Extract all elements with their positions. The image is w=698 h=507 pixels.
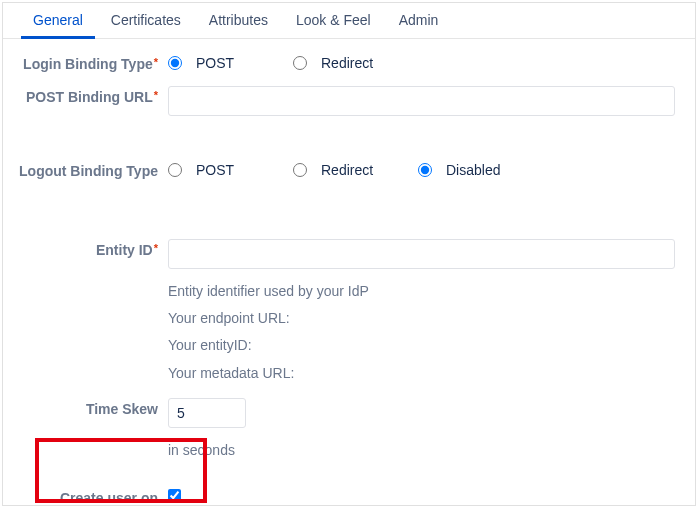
logout-binding-disabled-label[interactable]: Disabled xyxy=(446,162,500,178)
tab-certificates[interactable]: Certificates xyxy=(97,3,195,38)
tab-bar: General Certificates Attributes Look & F… xyxy=(3,3,695,39)
login-binding-type-label: Login Binding Type* xyxy=(3,53,168,72)
general-form: Login Binding Type* POST Redirect P xyxy=(3,39,695,507)
logout-binding-post-radio[interactable] xyxy=(168,163,182,177)
tab-general[interactable]: General xyxy=(19,3,97,38)
logout-binding-redirect-label[interactable]: Redirect xyxy=(321,162,373,178)
tab-lookfeel[interactable]: Look & Feel xyxy=(282,3,385,38)
login-binding-redirect-label[interactable]: Redirect xyxy=(321,55,373,71)
logout-binding-disabled-radio[interactable] xyxy=(418,163,432,177)
entity-id-label: Entity ID* xyxy=(3,239,168,258)
logout-binding-post-label[interactable]: POST xyxy=(196,162,234,178)
logout-binding-type-label: Logout Binding Type xyxy=(3,160,168,179)
login-binding-post-label[interactable]: POST xyxy=(196,55,234,71)
logout-binding-redirect-radio[interactable] xyxy=(293,163,307,177)
tab-attributes[interactable]: Attributes xyxy=(195,3,282,38)
post-binding-url-input[interactable] xyxy=(168,86,675,116)
time-skew-label: Time Skew xyxy=(3,398,168,417)
login-binding-redirect-radio[interactable] xyxy=(293,56,307,70)
create-user-label: Create user on successful login xyxy=(3,487,168,507)
entity-id-input[interactable] xyxy=(168,239,675,269)
time-skew-help: in seconds xyxy=(168,438,675,463)
entity-id-help: Entity identifier used by your IdP Your … xyxy=(168,279,675,386)
login-binding-post-radio[interactable] xyxy=(168,56,182,70)
tab-admin[interactable]: Admin xyxy=(385,3,453,38)
settings-panel: General Certificates Attributes Look & F… xyxy=(2,2,696,506)
time-skew-input[interactable] xyxy=(168,398,246,428)
create-user-checkbox[interactable] xyxy=(168,489,181,502)
post-binding-url-label: POST Binding URL* xyxy=(3,86,168,105)
